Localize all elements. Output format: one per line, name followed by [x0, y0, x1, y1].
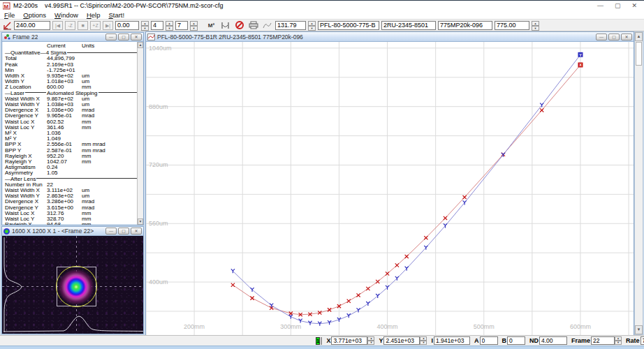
data-point-y — [356, 308, 360, 312]
minimize-button[interactable]: — — [597, 2, 603, 9]
status-value-input[interactable] — [434, 336, 470, 345]
mdi-vertical-scrollbar[interactable]: ▲ ▼ — [634, 31, 643, 335]
print-button[interactable] — [247, 20, 259, 30]
beam-close-button[interactable]: ✕ — [131, 228, 142, 235]
scrollbar-down-icon[interactable]: ▼ — [635, 325, 643, 334]
spinner-down-icon[interactable]: ▼ — [190, 26, 198, 31]
close-button[interactable]: ✕ — [631, 2, 637, 9]
data-point-x — [540, 108, 543, 112]
results-minimize-button[interactable]: — — [105, 34, 117, 40]
spinner-down-icon[interactable]: ▼ — [141, 26, 149, 31]
count-a-spinner[interactable]: ▲▼ — [166, 21, 173, 30]
chart-minimize-button[interactable]: — — [596, 34, 607, 40]
chart-title-bar[interactable]: PFL-80-5000-775-B1R 2RU-2345-8501 775MP2… — [146, 32, 634, 42]
device-id-field[interactable] — [438, 21, 492, 30]
mdi-area: Frame 22 — ▢ ✕ Current Units —Quantitati… — [0, 31, 644, 335]
wavelength-field[interactable] — [495, 21, 529, 30]
focal-length-field[interactable] — [275, 21, 306, 30]
scrollbar-thumb[interactable] — [636, 42, 642, 66]
beam-minimize-button[interactable]: — — [105, 228, 117, 235]
maximize-button[interactable]: ▢ — [615, 2, 621, 9]
plus-z-button[interactable]: +Z — [90, 21, 101, 30]
x-axis-tick-label: 200mm — [184, 323, 205, 330]
status-value-input[interactable] — [480, 336, 498, 345]
menu-bar: File Options Window Help Start! — [0, 10, 644, 20]
scrollbar-up-icon[interactable]: ▲ — [635, 32, 643, 41]
menu-options[interactable]: Options — [19, 11, 50, 19]
data-point-x — [356, 293, 360, 297]
beam-image — [2, 236, 143, 334]
results-row: Total44,896,799 — [5, 56, 143, 61]
count-a-field[interactable] — [151, 21, 163, 30]
y-axis-tick-label: 560um — [149, 220, 168, 227]
end-marker-letter: Y — [579, 53, 582, 57]
stop-button[interactable]: ■ — [78, 21, 88, 30]
chart-close-button[interactable]: ✕ — [621, 34, 632, 40]
status-field-b: B — [502, 336, 526, 345]
camera-id-field[interactable] — [381, 21, 436, 30]
status-field-nd: ND — [529, 336, 567, 345]
step-size-field[interactable] — [115, 21, 139, 30]
go-start-button[interactable]: |◀ — [52, 21, 63, 30]
wavelength-spinner[interactable]: ▲▼ — [532, 21, 539, 30]
status-spinner[interactable]: ▲▼ — [420, 336, 427, 345]
status-value-input[interactable] — [383, 336, 420, 345]
menu-help[interactable]: Help — [82, 11, 105, 19]
data-point-x — [395, 263, 399, 267]
beam-maximize-button[interactable]: ▢ — [118, 228, 129, 235]
end-marker-letter: X — [579, 63, 582, 67]
lens-id-field[interactable] — [318, 21, 379, 30]
status-value-input[interactable] — [331, 336, 367, 345]
spinner-up-icon[interactable]: ▲ — [190, 21, 198, 26]
title-bar[interactable]: M M2-200s v4.99SR1 -- C:\Spiricon\M2-200… — [0, 1, 644, 10]
curve-button[interactable] — [261, 20, 273, 30]
scroll-up-icon[interactable]: ▲ — [138, 42, 143, 48]
status-label: Rate — [626, 337, 640, 344]
menu-file[interactable]: File — [0, 11, 19, 19]
count-b-field[interactable] — [175, 21, 188, 30]
minus-z-button[interactable]: -Z — [65, 21, 75, 30]
results-row: Waist Loc Y361.46mm — [5, 125, 143, 131]
spinner-up-icon[interactable]: ▲ — [166, 21, 173, 26]
results-content: Current Units —Quantitative—4 SigmaTotal… — [2, 42, 143, 225]
beam-title-bar[interactable]: 1600 X 1200 X 1 - <Frame 22> — ▢ ✕ — [2, 227, 143, 236]
status-value-input[interactable] — [641, 336, 644, 345]
block-button[interactable] — [233, 20, 245, 30]
step-size-spinner[interactable]: ▲▼ — [141, 21, 149, 30]
document-title: v4.99SR1 -- C:\Spiricon\M2-200-PW-SCOR\7… — [45, 2, 223, 9]
count-b-spinner[interactable]: ▲▼ — [190, 21, 198, 30]
x-axis-tick-label: 300mm — [280, 323, 301, 330]
status-label: Y — [379, 337, 383, 344]
spinner-down-icon[interactable]: ▼ — [532, 26, 539, 31]
chart-plot-area: 200mm300mm400mm500mm600mm400um560um720um… — [146, 42, 634, 335]
series-line-y — [233, 54, 580, 324]
scroll-down-icon[interactable]: ▼ — [138, 218, 143, 225]
menu-window[interactable]: Window — [50, 11, 82, 19]
beam-image-window: 1600 X 1200 X 1 - <Frame 22> — ▢ ✕ — [1, 226, 144, 334]
results-maximize-button[interactable]: ▢ — [118, 34, 129, 40]
status-value-input[interactable] — [507, 336, 525, 345]
spinner-down-icon[interactable]: ▼ — [308, 26, 316, 31]
focal-length-spinner[interactable]: ▲▼ — [308, 21, 316, 30]
results-close-button[interactable]: ✕ — [131, 34, 142, 40]
results-scrollbar[interactable]: ▲ ▼ — [137, 42, 143, 225]
spinner-up-icon[interactable]: ▲ — [532, 21, 539, 26]
status-value-input[interactable] — [539, 336, 567, 345]
status-spinner[interactable]: ▲▼ — [615, 336, 622, 345]
spinner-down-icon[interactable]: ▼ — [166, 26, 173, 31]
data-point-x — [376, 280, 379, 283]
results-title: Frame 22 — [13, 34, 38, 40]
go-end-button[interactable]: ▶| — [103, 21, 113, 30]
m-squared-icon: M² — [208, 22, 214, 29]
stage-position-field[interactable] — [14, 21, 50, 30]
results-title-bar[interactable]: Frame 22 — ▢ ✕ — [2, 33, 143, 42]
aperture-button[interactable] — [219, 20, 231, 30]
menu-start[interactable]: Start! — [104, 11, 129, 19]
status-value-input[interactable] — [591, 336, 615, 345]
chart-maximize-button[interactable]: ▢ — [608, 34, 620, 40]
status-spinner[interactable]: ▲▼ — [367, 336, 374, 345]
spinner-up-icon[interactable]: ▲ — [141, 21, 149, 26]
origin-cursor-icon[interactable] — [2, 21, 12, 30]
spinner-up-icon[interactable]: ▲ — [308, 21, 316, 26]
m-squared-button[interactable]: M² — [205, 20, 217, 30]
